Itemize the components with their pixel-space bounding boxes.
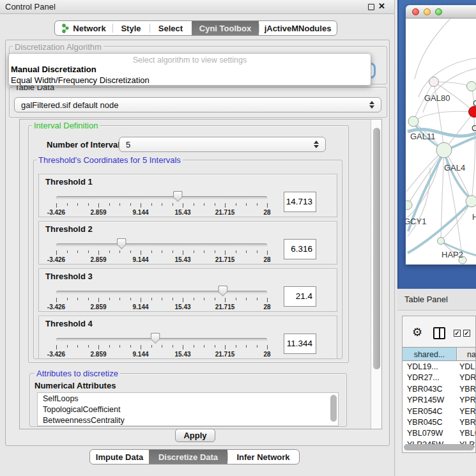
table-data-value: galFiltered.sif default node <box>21 100 118 110</box>
threshold-2-value-field[interactable]: 6.316 <box>284 239 316 259</box>
list-item[interactable]: BetweennessCentrality <box>38 415 338 426</box>
table-header-row: shared... name <box>403 347 476 361</box>
threshold-2-label: Threshold 2 <box>45 224 93 234</box>
tab-select[interactable]: Select <box>150 21 192 35</box>
tab-style[interactable]: Style <box>112 21 150 35</box>
tab-infer-network[interactable]: Infer Network <box>227 450 299 464</box>
dropdown-option-equal-width[interactable]: Equal Width/Frequency Discretization <box>11 75 150 85</box>
slider-tick-labels: -3.426 2.859 9.144 15.43 21.715 28 <box>56 209 267 216</box>
checkbox-icon[interactable]: ✓ <box>463 330 470 337</box>
node[interactable] <box>466 196 476 207</box>
settings-vertical-scrollbar[interactable] <box>371 119 381 429</box>
node-label-hap2: HAP2 <box>441 250 463 259</box>
numerical-attributes-label: Numerical Attributes <box>35 381 116 390</box>
slider-thumb[interactable] <box>173 191 183 202</box>
table-row[interactable]: YPR145WYPR1 <box>403 395 476 406</box>
close-traffic-light-icon[interactable] <box>412 8 419 15</box>
float-window-icon[interactable] <box>368 4 374 10</box>
table-panel-titlebar: Table Panel <box>397 289 476 311</box>
threshold-4-slider[interactable] <box>56 333 267 344</box>
list-item[interactable]: TopologicalCoefficient <box>38 404 338 415</box>
node-label-gcy1: GCY1 <box>406 217 426 226</box>
threshold-3-value-field[interactable]: 21.4 <box>284 286 316 307</box>
threshold-2-panel: Threshold 2 -3.426 2.859 9.144 15.43 21.… <box>38 221 337 265</box>
control-panel-tabbar: Network Style Select Cyni Toolbox jActiv… <box>54 20 337 36</box>
table-row[interactable]: YBL079WYBL0 <box>403 428 476 439</box>
apply-button[interactable]: Apply <box>175 429 215 442</box>
threshold-1-panel: Threshold 1 -3.426 2.859 9.144 15.43 21.… <box>38 174 337 217</box>
bottom-tabbar: Impute Data Discretize Data Infer Networ… <box>89 449 300 464</box>
table-row[interactable]: YDL19...YDL1 <box>403 362 476 372</box>
network-canvas[interactable]: GAL80 G C GAL11 GAL4 GCY1 H HAP2 <box>406 19 476 265</box>
node-gcy1[interactable] <box>406 201 412 210</box>
threshold-4-label: Threshold 4 <box>45 319 93 328</box>
node-label-gal4: GAL4 <box>444 163 465 173</box>
threshold-3-label: Threshold 3 <box>45 272 93 281</box>
tab-network-label: Network <box>73 24 105 33</box>
control-panel-titlebar: Control Panel ✕ <box>0 0 394 14</box>
slider-track[interactable] <box>56 243 267 247</box>
slider-track[interactable] <box>56 291 267 294</box>
list-item[interactable]: SelfLoops <box>38 393 338 404</box>
table-row[interactable]: YDR27...YDR2 <box>403 372 476 383</box>
slider-thumb[interactable] <box>117 238 127 249</box>
threshold-1-slider[interactable] <box>56 191 267 203</box>
tab-jactivemnodules[interactable]: jActiveMNodules <box>259 21 337 35</box>
table-row[interactable]: YER054CYER0 <box>403 406 476 417</box>
threshold-4-panel: Threshold 4 -3.426 2.859 9.144 15.43 21.… <box>38 316 337 359</box>
gear-icon[interactable]: ⚙ <box>412 326 422 338</box>
table-data-combobox[interactable]: galFiltered.sif default node <box>14 97 381 112</box>
threshold-4-value-field[interactable]: 11.344 <box>284 334 316 354</box>
table-row[interactable]: YIL052CYIL0 <box>403 450 476 453</box>
dropdown-option-manual[interactable]: Manual Discretization <box>11 65 96 74</box>
threshold-3-panel: Threshold 3 -3.426 2.859 9.144 15.43 21.… <box>38 268 337 312</box>
scrollbar-thumb[interactable] <box>373 128 380 369</box>
table-rows: YDL19...YDL1 YDR27...YDR2 YBR043CYBR0 YP… <box>403 362 476 449</box>
column-header-shared-name[interactable]: shared... <box>403 348 457 360</box>
slider-thumb[interactable] <box>151 333 160 344</box>
node-label-partial: C <box>472 123 476 133</box>
tab-discretize-data[interactable]: Discretize Data <box>149 450 227 464</box>
node-gal80[interactable] <box>429 77 439 87</box>
node-hap2[interactable] <box>438 238 445 245</box>
slider-ticks <box>56 203 267 208</box>
tab-impute-data[interactable]: Impute Data <box>90 450 149 464</box>
column-header-name[interactable]: name <box>457 348 476 360</box>
tab-network[interactable]: Network <box>55 21 112 35</box>
node-label-gal11: GAL11 <box>410 132 436 141</box>
table-row[interactable]: YBR045CYBR0 <box>403 417 476 428</box>
algorithm-dropdown-popup: Select algorithm to view settings Manual… <box>8 53 371 86</box>
zoom-traffic-light-icon[interactable] <box>435 8 442 15</box>
dropdown-placeholder: Select algorithm to view settings <box>9 56 371 65</box>
threshold-2-slider[interactable] <box>56 238 267 250</box>
slider-ticks <box>56 298 267 303</box>
algorithm-group-title: Discretization Algorithm <box>13 43 104 51</box>
control-panel-title: Control Panel <box>5 2 56 12</box>
close-icon[interactable]: ✕ <box>378 1 385 11</box>
threshold-1-value-field[interactable]: 14.713 <box>284 192 316 212</box>
numerical-attributes-list[interactable]: SelfLoops TopologicalCoefficient Between… <box>37 392 339 426</box>
interval-definition-title: Interval Definition <box>32 121 100 130</box>
thresholds-group-title: Threshold's Coordinates for 5 Intervals <box>36 156 183 164</box>
checkbox-icon[interactable]: ✓ <box>454 330 461 337</box>
num-intervals-combobox[interactable]: 5 <box>119 137 326 152</box>
table-row[interactable]: YBR043CYBR0 <box>403 384 476 395</box>
network-window-titlebar <box>406 5 476 19</box>
num-intervals-label: Number of Intervals <box>47 140 125 150</box>
node-label-partial: H <box>472 212 476 222</box>
table-horizontal-scrollbar[interactable] <box>404 444 474 450</box>
table-panel-inner: ⚙ ✓ ✓ shared... name YDL19...YDL1 YDR27.… <box>402 316 476 453</box>
slider-tick-labels: -3.426 2.859 9.144 15.43 21.715 28 <box>56 303 267 311</box>
slider-track[interactable] <box>56 196 267 199</box>
node-gal4[interactable] <box>436 142 452 158</box>
node[interactable] <box>467 82 476 91</box>
tab-cyni-toolbox[interactable]: Cyni Toolbox <box>192 21 259 35</box>
threshold-3-slider[interactable] <box>56 286 267 297</box>
threshold-1-label: Threshold 1 <box>45 177 93 187</box>
columns-icon[interactable] <box>433 327 445 339</box>
slider-thumb[interactable] <box>218 286 227 296</box>
list-scrollbar-thumb[interactable] <box>330 395 337 422</box>
node-gal11[interactable] <box>408 116 418 127</box>
slider-track[interactable] <box>56 338 267 341</box>
minimize-traffic-light-icon[interactable] <box>424 8 431 15</box>
